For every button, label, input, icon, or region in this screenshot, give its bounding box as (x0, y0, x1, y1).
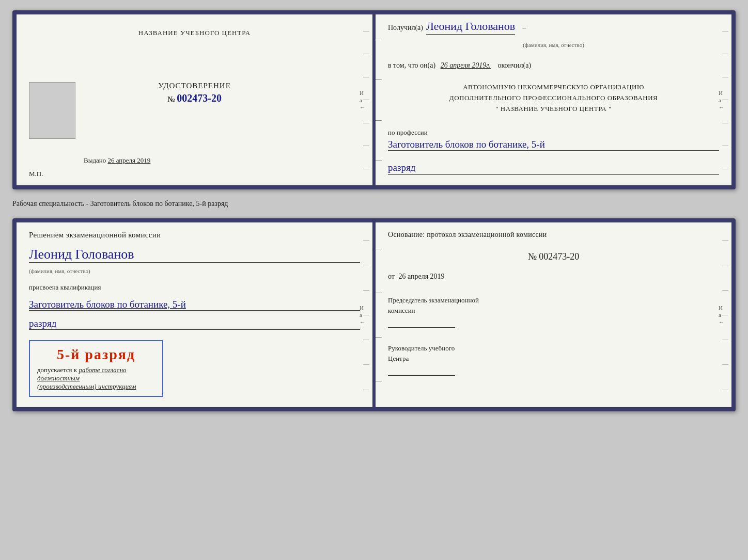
grade-prefix: допускается к (37, 366, 77, 374)
proto-number: № 002473-20 (388, 251, 719, 262)
bottom-left-panel: Решением экзаменационной комиссии Леонид… (17, 222, 372, 407)
specialty-text: Рабочая специальность - Заготовитель бло… (12, 198, 736, 210)
org-line1: АВТОНОМНУЮ НЕКОММЕРЧЕСКУЮ ОРГАНИЗАЦИЮ (388, 82, 719, 93)
bottom-left-letters: И а ← (360, 305, 365, 325)
rank-val-top: разряд (388, 162, 719, 175)
person-name-top: Леонид Голованов (426, 20, 515, 35)
org-block: АВТОНОМНУЮ НЕКОММЕРЧЕСКУЮ ОРГАНИЗАЦИЮ ДО… (388, 82, 719, 114)
date-line: в том, что он(а) 26 апреля 2019г. окончи… (388, 61, 719, 70)
cert-number: 002473-20 (177, 92, 222, 104)
org-line2: ДОПОЛНИТЕЛЬНОГО ПРОФЕССИОНАЛЬНОГО ОБРАЗО… (388, 93, 719, 104)
page-wrapper: НАЗВАНИЕ УЧЕБНОГО ЦЕНТРА УДОСТОВЕРЕНИЕ №… (12, 10, 736, 411)
proto-date-val: 26 апреля 2019 (398, 273, 444, 280)
fio-hint-top: (фамилия, имя, отчество) (388, 42, 719, 48)
chairman-label-text: Председатель экзаменационной (388, 296, 479, 304)
grade-text: допускается к работе согласно должностны… (37, 366, 155, 382)
head-label-text: Руководитель учебного (388, 344, 455, 352)
training-center-label: НАЗВАНИЕ УЧЕБНОГО ЦЕНТРА (138, 29, 251, 37)
basis-title: Основание: протокол экзаменационной коми… (388, 231, 719, 239)
cert-number-prefix: № (167, 95, 175, 104)
right-letters-top2: И а ← (719, 90, 724, 110)
top-left-panel: НАЗВАНИЕ УЧЕБНОГО ЦЕНТРА УДОСТОВЕРЕНИЕ №… (17, 14, 372, 185)
profession-label: по профессии (388, 129, 719, 137)
chairman-block: Председатель экзаменационной комиссии (388, 295, 719, 328)
received-line: Получил(а) Леонид Голованов – (388, 20, 719, 35)
head-block: Руководитель учебного Центра (388, 343, 719, 376)
bottom-right-letters: И а ← (719, 305, 724, 325)
spine-deco-right (372, 14, 382, 185)
head-sig-line (388, 365, 455, 376)
qual-val: Заготовитель блоков по ботанике, 5-й (29, 299, 360, 311)
cert-type-label: УДОСТОВЕРЕНИЕ (158, 82, 231, 90)
proto-date-prefix: от (388, 273, 395, 280)
spine-deco-bottom-right (372, 222, 382, 407)
chairman-label2: комиссии (388, 307, 415, 314)
bottom-right-panel: Основание: протокол экзаменационной коми… (372, 222, 731, 407)
mp-label: М.П. (29, 170, 43, 178)
bottom-document-card: Решением экзаменационной комиссии Леонид… (12, 218, 736, 411)
issued-prefix: Выдано (84, 156, 106, 164)
grade-italic2: (производственным) инструкциям (37, 382, 155, 391)
fio-hint-bottom: (фамилия, имя, отчество) (29, 268, 360, 274)
issued-date: 26 апреля 2019 (108, 156, 151, 164)
chairman-sig-line (388, 317, 455, 328)
top-document-card: НАЗВАНИЕ УЧЕБНОГО ЦЕНТРА УДОСТОВЕРЕНИЕ №… (12, 10, 736, 189)
received-prefix: Получил(а) (388, 24, 423, 32)
chairman-label: Председатель экзаменационной комиссии (388, 295, 719, 315)
person-name-bottom: Леонид Голованов (29, 247, 360, 263)
grade-box: 5-й разряд допускается к работе согласно… (29, 340, 163, 397)
date-prefix: в том, что он(а) (388, 61, 435, 69)
right-letters-top: И а ← (360, 90, 365, 110)
proto-date: от 26 апреля 2019 (388, 273, 719, 281)
org-line3: " НАЗВАНИЕ УЧЕБНОГО ЦЕНТРА " (388, 104, 719, 115)
top-right-panel: Получил(а) Леонид Голованов – (фамилия, … (372, 14, 731, 185)
head-label: Руководитель учебного Центра (388, 343, 719, 363)
issued-date-line: Выдано 26 апреля 2019 (84, 156, 150, 165)
head-label2: Центра (388, 355, 409, 362)
commission-decision: Решением экзаменационной комиссии (29, 231, 360, 239)
date-suffix: окончил(а) (497, 61, 531, 69)
date-val: 26 апреля 2019г. (441, 61, 491, 69)
rank-val-bottom: разряд (29, 318, 360, 330)
grade-title: 5-й разряд (37, 346, 155, 363)
photo-placeholder (29, 82, 75, 139)
profession-val: Заготовитель блоков по ботанике, 5-й (388, 139, 719, 151)
qual-assigned: присвоена квалификация (29, 283, 360, 292)
